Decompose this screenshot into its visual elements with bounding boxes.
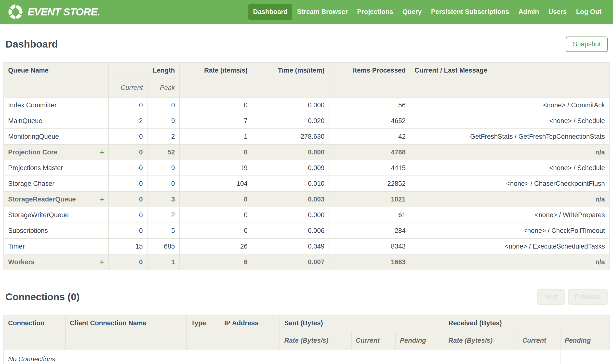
nav-item-projections[interactable]: Projections (352, 4, 398, 20)
page-title: Dashboard (5, 39, 58, 50)
queue-message-cell: <none> / ChaserCheckpointFlush (410, 176, 609, 191)
queue-row[interactable]: Workers+0160.0071663n/a (4, 254, 609, 270)
col-header-received: Received (Bytes) (444, 315, 609, 331)
queue-rate-cell: 104 (179, 176, 252, 191)
col-header-received-rate: Rate (Bytes/s) (444, 331, 518, 350)
queue-peak-cell: 2 (147, 207, 179, 223)
no-connections-message: No Connections (4, 350, 560, 364)
nav-item-admin[interactable]: Admin (514, 4, 544, 20)
queue-current-cell: 0 (109, 207, 147, 223)
col-header-sent-pending: Pending (395, 331, 444, 350)
queue-name-label: Projection Core (8, 148, 57, 156)
expand-row-icon[interactable]: + (100, 148, 104, 156)
queue-row: MonitoringQueue021278.63042GetFreshStats… (4, 129, 609, 144)
queue-rate-cell: 1 (179, 129, 252, 144)
queue-time-cell: 0.007 (252, 254, 329, 270)
queue-name-cell: StorageReaderQueue+ (4, 191, 109, 207)
col-header-current: Current (109, 78, 147, 97)
queue-items-cell: 61 (329, 207, 410, 223)
queue-items-cell: 56 (329, 97, 410, 113)
queue-peak-cell: 9 (147, 160, 179, 176)
queue-rate-cell: 7 (179, 113, 252, 129)
col-header-sent-rate: Rate (Bytes/s) (280, 331, 351, 350)
nav-item-persistent-subscriptions[interactable]: Persistent Subscriptions (426, 4, 514, 20)
col-header-queue-name: Queue Name (4, 63, 109, 97)
queue-name-cell: Timer (4, 238, 109, 254)
col-header-items-processed: Items Processed (329, 63, 410, 97)
queue-name-label: Index Committer (8, 101, 57, 109)
col-header-received-pending: Pending (560, 331, 609, 350)
queue-time-cell: 0.000 (252, 207, 329, 223)
queue-rate-cell: 0 (179, 191, 252, 207)
expand-row-icon[interactable]: + (100, 258, 104, 266)
nav-item-users[interactable]: Users (544, 4, 571, 20)
queue-current-cell: 0 (109, 144, 147, 160)
queue-message-cell: <none> / ExecuteScheduledTasks (410, 238, 609, 254)
nav-item-dashboard[interactable]: Dashboard (248, 4, 292, 20)
queue-message-cell: <none> / WritePrepares (410, 207, 609, 223)
queue-time-cell: 0.009 (252, 160, 329, 176)
queue-rate-cell: 0 (179, 223, 252, 238)
queue-current-cell: 15 (109, 238, 147, 254)
col-header-received-current: Current (518, 331, 560, 350)
queue-time-cell: 0.010 (252, 176, 329, 191)
col-header-connection: Connection (4, 315, 66, 350)
top-navbar: EVENT STORE. Dashboard Stream Browser Pr… (0, 0, 613, 24)
previous-button[interactable]: Previous (568, 289, 608, 305)
queue-peak-cell: 685 (147, 238, 179, 254)
queue-message-cell: <none> / CheckPollTimeout (410, 223, 609, 238)
col-header-message: Current / Last Message (410, 63, 609, 97)
queue-row[interactable]: Projection Core+05200.0004768n/a (4, 144, 609, 160)
queue-items-cell: 1021 (329, 191, 410, 207)
event-store-logo-icon (7, 4, 24, 20)
queue-time-cell: 0.003 (252, 191, 329, 207)
queue-rate-cell: 0 (179, 144, 252, 160)
queue-items-cell: 22852 (329, 176, 410, 191)
queue-peak-cell: 5 (147, 223, 179, 238)
queue-current-cell: 0 (109, 176, 147, 191)
ghost-cell (560, 350, 609, 364)
nav-item-log-out[interactable]: Log Out (572, 4, 606, 20)
queue-name-label: StorageReaderQueue (8, 195, 76, 203)
queue-time-cell: 0.000 (252, 97, 329, 113)
nav-item-stream-browser[interactable]: Stream Browser (292, 4, 352, 20)
expand-row-icon[interactable]: + (100, 195, 104, 203)
queue-row[interactable]: StorageReaderQueue+0300.0031021n/a (4, 191, 609, 207)
queue-time-cell: 278.630 (252, 129, 329, 144)
queue-message-cell: <none> / CommitAck (410, 97, 609, 113)
queue-name-cell: MonitoringQueue (4, 129, 109, 144)
next-button[interactable]: Next (537, 289, 565, 305)
queue-rate-cell: 0 (179, 97, 252, 113)
nav-item-query[interactable]: Query (398, 4, 426, 20)
queue-message-cell: n/a (410, 191, 609, 207)
snapshot-button[interactable]: Snapshot (566, 37, 608, 52)
queue-name-cell: Projections Master (4, 160, 109, 176)
queue-peak-cell: 3 (147, 191, 179, 207)
queue-message-cell: n/a (410, 254, 609, 270)
queue-items-cell: 4652 (329, 113, 410, 129)
queue-table-body: Index Committer0000.00056<none> / Commit… (4, 97, 609, 270)
col-header-client-connection-name: Client Connection Name (66, 315, 187, 350)
queue-name-label: MainQueue (8, 117, 42, 125)
col-header-sent: Sent (Bytes) (280, 315, 444, 331)
queue-message-cell: n/a (410, 144, 609, 160)
queue-peak-cell: 0 (147, 97, 179, 113)
col-header-peak: Peak (147, 78, 179, 97)
queue-row: Timer15685260.0498343<none> / ExecuteSch… (4, 238, 609, 254)
queue-current-cell: 0 (109, 129, 147, 144)
queue-time-cell: 0.006 (252, 223, 329, 238)
queue-peak-cell: 0 (147, 176, 179, 191)
queue-rate-cell: 0 (179, 207, 252, 223)
queue-row: Projections Master09190.0094415<none> / … (4, 160, 609, 176)
col-header-length: Length (109, 63, 179, 78)
queue-peak-cell: 2 (147, 129, 179, 144)
queue-row: MainQueue2970.0204652<none> / Schedule (4, 113, 609, 129)
queue-name-cell: Subscriptions (4, 223, 109, 238)
queue-name-label: Storage Chaser (8, 180, 54, 187)
queue-name-label: MonitoringQueue (8, 133, 59, 141)
queue-name-label: Timer (8, 242, 25, 250)
col-header-time: Time (ms/item) (252, 63, 329, 97)
queue-name-cell: StorageWriterQueue (4, 207, 109, 223)
col-header-ip-address: IP Address (220, 315, 280, 350)
queue-items-cell: 42 (329, 129, 410, 144)
